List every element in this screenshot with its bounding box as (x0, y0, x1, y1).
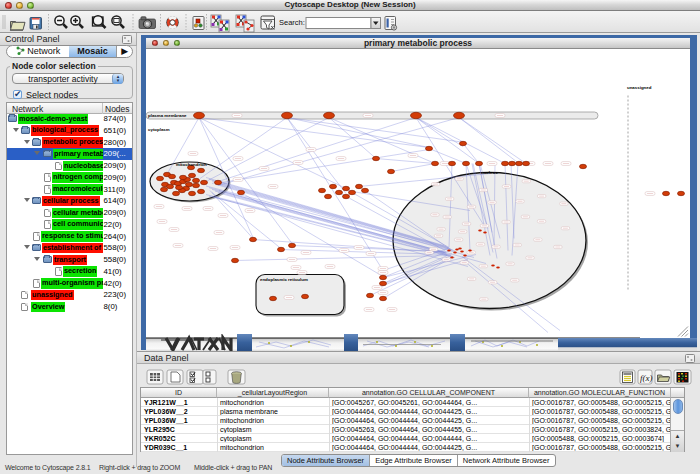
svg-text:mitochondrion: mitochondrion (176, 162, 207, 167)
svg-text:f(x): f(x) (640, 373, 653, 383)
svg-text:endoplasmic reticulum: endoplasmic reticulum (260, 277, 308, 282)
svg-text:plasma membrane: plasma membrane (148, 113, 187, 118)
svg-text:Search:: Search: (279, 18, 305, 27)
svg-text:nucleus: nucleus (481, 170, 498, 175)
svg-text:unassigned: unassigned (627, 85, 652, 90)
svg-text:cytoplasm: cytoplasm (148, 127, 170, 132)
